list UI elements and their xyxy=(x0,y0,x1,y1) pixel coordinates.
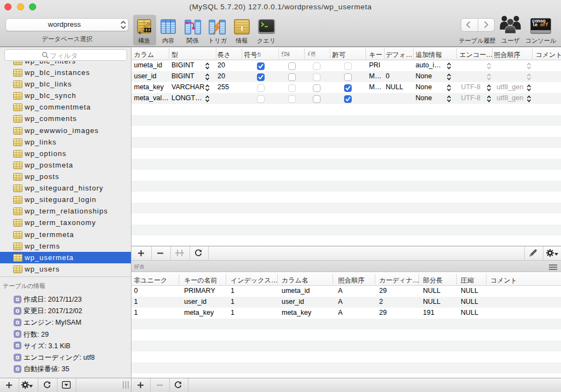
svg-text:i: i xyxy=(241,21,244,33)
